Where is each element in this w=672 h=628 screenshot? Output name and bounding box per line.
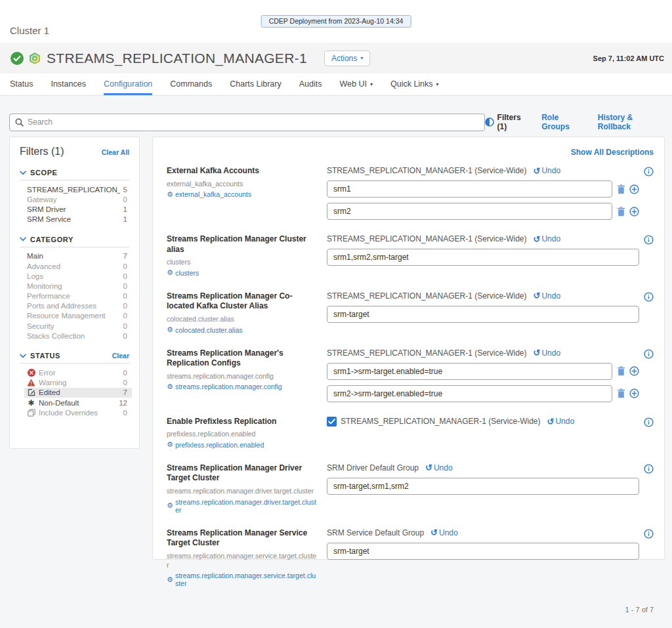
info-icon[interactable] [644, 235, 654, 277]
filter-item[interactable]: Edited 7 [24, 388, 132, 398]
config-property-link[interactable]: external_kafka_accounts [175, 190, 251, 198]
tab-quick-links[interactable]: Quick Links ▾ [390, 73, 439, 95]
filter-item-label: Main [27, 252, 120, 260]
chevron-down-icon[interactable] [20, 171, 26, 175]
config-row: Enable Prefixless Replication prefixless… [167, 417, 654, 449]
add-value-icon[interactable] [629, 207, 639, 217]
config-property-link[interactable]: clusters [175, 269, 199, 277]
config-value-input[interactable] [327, 249, 639, 266]
config-property-link[interactable]: streams.replication.manager.config [175, 383, 282, 390]
config-property-name: streams.replication.manager.service.targ… [167, 552, 318, 570]
undo-link[interactable]: ↺ Undo [534, 348, 561, 358]
config-property-link[interactable]: colocated.cluster.alias [175, 326, 243, 334]
delete-value-icon[interactable] [617, 366, 625, 376]
clear-section-link[interactable]: Clear [112, 352, 129, 360]
config-row: External Kafka Accounts external_kafka_a… [167, 166, 654, 220]
config-value-input[interactable] [327, 203, 612, 220]
undo-link[interactable]: ↺ Undo [430, 528, 458, 537]
actions-button[interactable]: Actions ▾ [324, 51, 370, 66]
show-all-descriptions-link[interactable]: Show All Descriptions [571, 148, 654, 157]
delete-value-icon[interactable] [617, 207, 625, 217]
config-value-input[interactable] [327, 478, 639, 495]
filters-toggle[interactable]: Filters (1) [485, 113, 532, 131]
role-groups-link[interactable]: Role Groups [541, 113, 587, 131]
tab-web-ui[interactable]: Web UI ▾ [339, 73, 372, 95]
tab-audits[interactable]: Audits [299, 73, 322, 95]
filter-item[interactable]: SRM Service 1 [27, 215, 129, 224]
filter-section: CATEGORY Main 7 Advanced 0 Logs 0 Monito… [20, 236, 129, 341]
config-checkbox[interactable] [327, 417, 337, 427]
tab-commands[interactable]: Commands [170, 73, 212, 95]
filter-item[interactable]: Ports and Addresses 0 [27, 301, 129, 311]
config-value-input[interactable] [327, 363, 612, 380]
tab-status[interactable]: Status [10, 73, 33, 95]
delete-value-icon[interactable] [617, 184, 625, 194]
config-value-input[interactable] [327, 180, 612, 198]
config-value-input[interactable] [327, 306, 639, 323]
filter-item-count: 0 [123, 369, 127, 377]
info-icon[interactable] [644, 417, 654, 449]
tab-configuration[interactable]: Configuration [104, 73, 152, 95]
chevron-down-icon[interactable] [20, 237, 26, 241]
filter-item[interactable]: STREAMS_REPLICATION_MA... 5 [27, 184, 129, 194]
undo-label: Undo [541, 291, 560, 301]
undo-link[interactable]: ↺ Undo [534, 234, 561, 243]
add-value-icon[interactable] [629, 184, 639, 194]
delete-value-icon[interactable] [617, 388, 625, 398]
filter-item[interactable]: Warning 0 [27, 378, 129, 388]
tab-label: Quick Links [390, 79, 433, 89]
config-value-input[interactable] [327, 385, 612, 402]
tab-instances[interactable]: Instances [51, 73, 86, 95]
undo-label: Undo [434, 463, 453, 472]
undo-link[interactable]: ↺ Undo [547, 417, 575, 426]
filter-item[interactable]: Resource Management 0 [27, 311, 129, 321]
configuration-panel: Show All Descriptions External Kafka Acc… [152, 136, 665, 560]
info-icon[interactable] [644, 529, 654, 587]
filter-item[interactable]: Security 0 [27, 321, 129, 331]
tab-label: Audits [299, 79, 322, 89]
breadcrumb-cluster[interactable]: Cluster 1 [10, 25, 49, 36]
tab-label: Instances [51, 79, 86, 89]
caret-down-icon: ▾ [360, 55, 363, 61]
info-icon[interactable] [644, 464, 654, 514]
config-label: Enable Prefixless Replication [167, 417, 318, 427]
filter-section: STATUS Clear Error 0 [20, 352, 129, 417]
divider [20, 180, 129, 180]
filter-item[interactable]: Main 7 [27, 251, 129, 261]
add-value-icon[interactable] [629, 388, 639, 398]
filter-item[interactable]: Gateway 0 [27, 194, 129, 204]
undo-link[interactable]: ↺ Undo [534, 291, 561, 301]
info-icon[interactable] [644, 292, 654, 334]
history-rollback-link[interactable]: History & Rollback [598, 113, 665, 131]
tab-charts-library[interactable]: Charts Library [230, 73, 282, 95]
search-box[interactable] [9, 114, 485, 131]
filter-item-count: 7 [123, 252, 127, 260]
undo-link[interactable]: ↺ Undo [534, 166, 561, 175]
config-property-link[interactable]: streams.replication.manager.driver.targe… [175, 498, 318, 514]
gear-icon: ⚙ [167, 191, 173, 198]
config-value-input[interactable] [327, 543, 639, 560]
filter-item-label: STREAMS_REPLICATION_MA... [27, 186, 120, 194]
filter-item[interactable]: ✱ Non-Default 12 [27, 398, 129, 408]
undo-link[interactable]: ↺ Undo [425, 463, 453, 472]
clear-all-link[interactable]: Clear All [102, 148, 129, 156]
filter-item[interactable]: Advanced 0 [27, 261, 129, 271]
config-property-link[interactable]: streams.replication.manager.service.targ… [175, 572, 318, 587]
filter-item[interactable]: Stacks Collection 0 [27, 331, 129, 341]
info-icon[interactable] [644, 349, 654, 402]
info-icon[interactable] [644, 167, 654, 220]
config-property-link[interactable]: prefixless.replication.enabled [175, 441, 264, 449]
search-input[interactable] [28, 117, 479, 127]
add-value-icon[interactable] [629, 366, 639, 376]
filter-item[interactable]: Performance 0 [27, 291, 129, 301]
filter-item[interactable]: Include Overrides 0 [27, 408, 129, 417]
filter-item[interactable]: SRM Driver 1 [27, 204, 129, 214]
chevron-down-icon[interactable] [20, 354, 26, 358]
filter-item-label: Performance [27, 292, 120, 300]
filter-item[interactable]: Logs 0 [27, 271, 129, 281]
filter-item[interactable]: Error 0 [27, 367, 129, 377]
tab-label: Configuration [104, 79, 152, 89]
filter-item[interactable]: Monitoring 0 [27, 281, 129, 291]
tab-label: Commands [170, 79, 212, 89]
undo-icon: ↺ [547, 417, 555, 426]
